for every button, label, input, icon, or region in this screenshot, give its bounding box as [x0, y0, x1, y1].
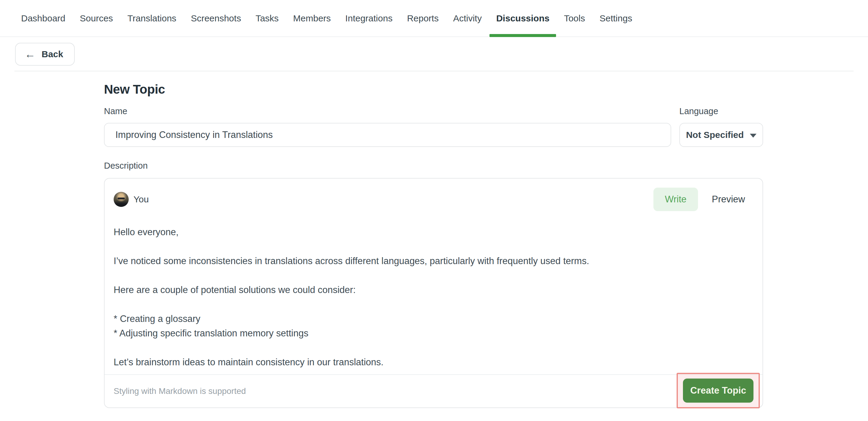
tab-discussions[interactable]: Discussions — [489, 0, 557, 36]
new-topic-form: New Topic Name Language Not Specified De… — [0, 71, 763, 408]
tab-tools[interactable]: Tools — [557, 0, 592, 36]
tab-tasks[interactable]: Tasks — [248, 0, 286, 36]
tab-settings[interactable]: Settings — [592, 0, 639, 36]
back-row: ← Back — [14, 37, 854, 71]
tab-preview[interactable]: Preview — [712, 194, 745, 205]
editor-header: You Write Preview — [104, 179, 763, 211]
tab-members[interactable]: Members — [286, 0, 338, 36]
page-title: New Topic — [104, 82, 763, 97]
back-arrow-icon: ← — [25, 49, 36, 60]
tab-activity[interactable]: Activity — [446, 0, 489, 36]
language-label: Language — [679, 106, 763, 116]
top-navigation: Dashboard Sources Translations Screensho… — [0, 0, 868, 37]
avatar — [114, 192, 129, 207]
back-button[interactable]: ← Back — [15, 43, 75, 66]
description-editor: You Write Preview Hello everyone, I’ve n… — [104, 178, 763, 408]
tab-reports[interactable]: Reports — [400, 0, 446, 36]
language-select[interactable]: Not Specified — [679, 123, 763, 147]
markdown-hint: Styling with Markdown is supported — [114, 386, 246, 396]
author-name: You — [133, 194, 149, 204]
description-textarea[interactable]: Hello everyone, I’ve noticed some incons… — [114, 214, 755, 373]
topic-name-input[interactable] — [104, 123, 671, 147]
language-select-value: Not Specified — [686, 130, 744, 140]
back-button-label: Back — [41, 49, 63, 59]
editor-footer: Styling with Markdown is supported — [104, 374, 763, 408]
tab-screenshots[interactable]: Screenshots — [184, 0, 248, 36]
name-label: Name — [104, 106, 671, 116]
create-topic-button[interactable]: Create Topic — [683, 379, 753, 402]
tab-translations[interactable]: Translations — [120, 0, 184, 36]
tab-dashboard[interactable]: Dashboard — [14, 0, 73, 36]
tab-integrations[interactable]: Integrations — [338, 0, 400, 36]
tab-write[interactable]: Write — [653, 188, 698, 211]
tab-sources[interactable]: Sources — [73, 0, 120, 36]
chevron-down-icon — [750, 134, 756, 138]
description-label: Description — [104, 161, 763, 171]
